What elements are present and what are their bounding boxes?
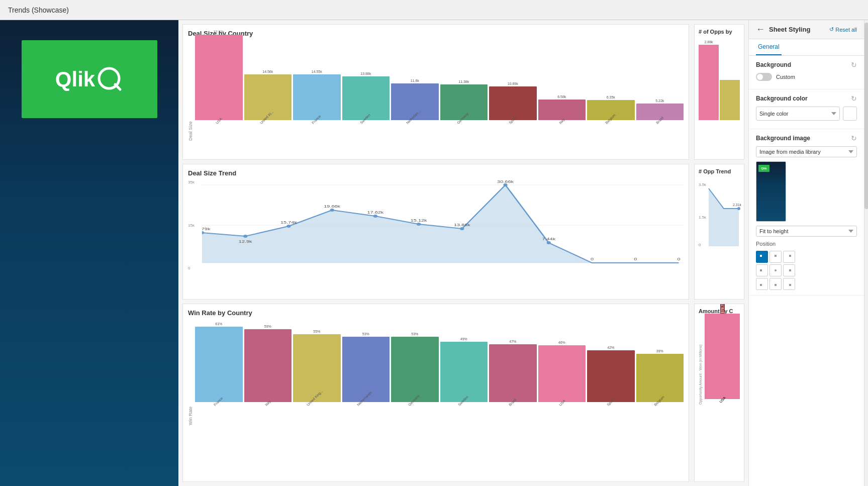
svg-point-9	[330, 209, 334, 212]
svg-line-1	[115, 84, 120, 89]
svg-text:3.5k: 3.5k	[699, 182, 707, 187]
svg-point-13	[503, 183, 507, 186]
right-panel: ← Sheet Styling ↺ Reset all General Back…	[748, 20, 864, 486]
pos-mid-center[interactable]	[769, 264, 782, 276]
svg-text:2.31k: 2.31k	[733, 203, 742, 207]
svg-rect-39	[760, 284, 762, 286]
svg-text:7.44k: 7.44k	[542, 236, 555, 241]
fit-dropdown-row: Fit to height Fit to width Fit to fill S…	[756, 226, 857, 237]
bar-body-italy	[538, 100, 586, 120]
svg-rect-33	[760, 255, 762, 257]
section-background: Background ↻ Custom	[749, 56, 864, 89]
panel-title-block: Sheet Styling	[769, 26, 825, 33]
reset-label: Reset all	[835, 27, 857, 33]
panel-header: ← Sheet Styling ↺ Reset all	[749, 20, 864, 39]
pos-bot-left[interactable]	[756, 278, 768, 290]
bar-netherlands: 11.6k Netherlan...	[391, 79, 439, 126]
image-preview: Qlik	[756, 161, 786, 222]
bg-image-dropdown[interactable]: Image from media library By URL	[756, 146, 857, 157]
bg-color-dropdown[interactable]: Single color By expression	[756, 107, 840, 121]
opps-bars: 2.88k	[699, 35, 740, 120]
left-sidebar: Qlik	[0, 20, 178, 486]
svg-point-8	[286, 225, 291, 228]
bar-label-top-belgium: 6.35k	[607, 95, 615, 99]
tab-general[interactable]: General	[756, 39, 782, 55]
main-scrollbar[interactable]	[864, 20, 868, 486]
chart-deal-size-title: Deal Size by Country	[188, 30, 684, 37]
pos-top-left[interactable]	[756, 251, 768, 263]
pos-mid-right[interactable]	[783, 264, 795, 276]
back-button[interactable]: ←	[756, 24, 765, 35]
win-rate-bars: 61% France 59% Italy 55% United K	[195, 320, 684, 425]
win-bar-netherlands: 53% Netherlands	[342, 332, 390, 408]
custom-toggle-row: Custom	[756, 73, 857, 81]
bar-italy: 6.58k Italy	[538, 95, 586, 126]
pos-top-center[interactable]	[769, 251, 782, 263]
pos-mid-left[interactable]	[756, 264, 768, 276]
bg-color-title: Background color	[756, 95, 808, 102]
pos-bot-center[interactable]	[769, 278, 782, 290]
background-title: Background	[756, 61, 791, 68]
svg-text:15.74k: 15.74k	[280, 220, 297, 224]
bar-germany: 11.38k Germany	[440, 80, 488, 126]
win-bar-spain: 42% Spain	[587, 346, 635, 408]
amount-bars: Opportunity Amount - Won (in Millions) $…	[699, 314, 740, 405]
svg-point-7	[243, 235, 247, 238]
reset-all-button[interactable]: ↺ Reset all	[829, 26, 857, 33]
bar-brazil: 5.22k Brazil	[636, 99, 684, 126]
deal-size-chart-area: Deal Size 27.32k USA 14.56k United Ki...	[188, 40, 684, 141]
custom-toggle[interactable]	[756, 73, 772, 81]
image-preview-container: Qlik	[756, 161, 857, 222]
svg-text:13.88k: 13.88k	[454, 222, 470, 227]
svg-rect-41	[789, 284, 791, 286]
chart-opps-title: # of Opps by	[699, 29, 740, 35]
svg-rect-35	[789, 255, 791, 257]
chart-amount-partial: Amount by C Opportunity Amount - Won (in…	[694, 304, 744, 482]
qlik-q-icon	[97, 66, 123, 92]
chart-opp-trend-partial: # Opp Trend 3.5k 1.5k 0 2.31k	[694, 164, 744, 300]
win-bar-germany: 53% Germany	[391, 332, 439, 408]
bg-color-dropdown-row: Single color By expression	[756, 107, 857, 121]
svg-text:12.9k: 12.9k	[239, 239, 252, 243]
deal-trend-title: Deal Size Trend	[188, 169, 684, 177]
bg-color-reset-icon[interactable]: ↻	[851, 94, 857, 103]
svg-text:0: 0	[591, 256, 594, 261]
bar-label-top-uk: 14.56k	[262, 70, 273, 73]
bar-label-top-spain: 10.69k	[508, 82, 518, 85]
fit-dropdown[interactable]: Fit to height Fit to width Fit to fill S…	[756, 226, 857, 237]
bg-image-section-header: Background image ↻	[756, 134, 857, 142]
opps-bar-2	[720, 45, 740, 120]
scrollbar-thumb[interactable]	[864, 23, 868, 209]
pos-bot-right[interactable]	[783, 278, 795, 290]
panel-tabs: General	[749, 39, 864, 56]
chart-row-1: Deal Size by Country Deal Size 27.32k US…	[182, 24, 744, 160]
bar-label-top-france: 14.55k	[312, 70, 322, 73]
svg-text:15.12k: 15.12k	[411, 218, 427, 222]
background-section-header: Background ↻	[756, 61, 857, 69]
bg-image-reset-icon[interactable]: ↻	[851, 134, 857, 142]
pos-top-right[interactable]	[783, 251, 795, 263]
bar-spain: 10.69k Spain	[489, 82, 537, 126]
svg-text:19.66k: 19.66k	[324, 204, 340, 208]
top-bar: Trends (Showcase)	[0, 0, 868, 20]
trend-y-labels: 35k 15k 0	[188, 180, 195, 270]
svg-text:0: 0	[634, 256, 637, 261]
opps-bar-1: 2.88k	[699, 40, 719, 120]
bar-body-france	[293, 74, 341, 120]
qlik-text: Qlik	[55, 67, 95, 91]
panel-title: Sheet Styling	[769, 26, 825, 33]
win-rate-title: Win Rate by Country	[188, 309, 684, 317]
bar-body-spain	[489, 86, 537, 120]
svg-point-37	[775, 269, 777, 271]
win-bar-brazil: 47% Brazil	[489, 340, 537, 408]
chart-row-2: Deal Size Trend 35k 15k 0	[182, 164, 744, 300]
position-label: Position	[756, 241, 857, 247]
bg-color-swatch[interactable]	[843, 107, 857, 121]
qlik-logo-box: Qlik	[22, 40, 157, 118]
svg-text:30.66k: 30.66k	[497, 180, 514, 184]
opp-trend-mini-svg: 3.5k 1.5k 0 2.31k	[699, 178, 744, 249]
page-title: Trends (Showcase)	[8, 6, 69, 14]
svg-point-14	[547, 241, 551, 244]
bar-uk: 14.56k United Ki...	[244, 70, 292, 126]
background-reset-icon[interactable]: ↻	[851, 61, 857, 69]
